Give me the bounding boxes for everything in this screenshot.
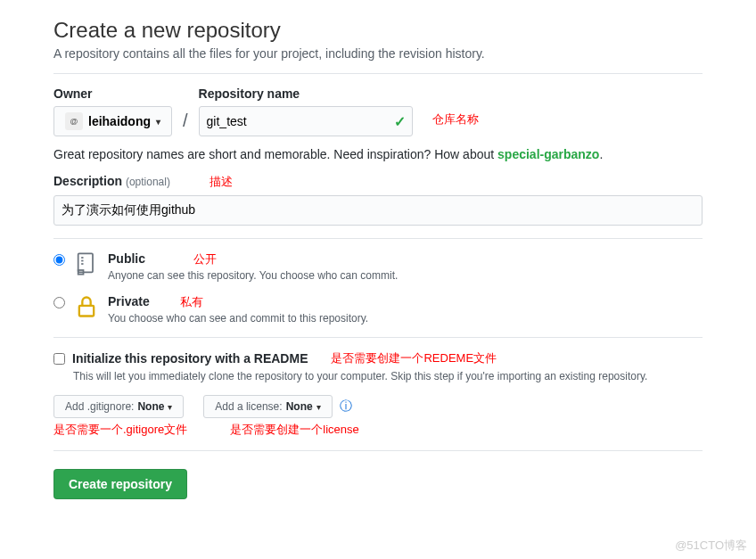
divider — [53, 238, 703, 239]
repo-public-icon — [74, 251, 99, 276]
visibility-private-radio[interactable] — [53, 297, 65, 308]
check-icon: ✓ — [394, 113, 406, 130]
repo-name-input[interactable] — [199, 106, 413, 136]
name-hint: Great repository names are short and mem… — [53, 147, 703, 161]
annotation-gitignore: 是否需要一个.gitigore文件 — [53, 422, 187, 438]
page-subtitle: A repository contains all the files for … — [53, 46, 703, 61]
svg-rect-5 — [79, 306, 94, 316]
caret-down-icon: ▾ — [156, 117, 160, 127]
annotation-description: 描述 — [210, 175, 233, 188]
visibility-private-sub: You choose who can see and commit to thi… — [108, 312, 368, 325]
caret-down-icon: ▾ — [168, 402, 172, 412]
name-suggestion-link[interactable]: special-garbanzo — [497, 147, 599, 161]
visibility-public-sub: Anyone can see this repository. You choo… — [108, 269, 398, 282]
slash-separator: / — [179, 111, 192, 131]
owner-select-button[interactable]: @ leihaidong ▾ — [53, 106, 172, 136]
init-readme-checkbox[interactable] — [53, 353, 65, 365]
info-icon[interactable]: ⓘ — [340, 399, 352, 415]
gitignore-select-button[interactable]: Add .gitignore: None ▾ — [53, 395, 184, 418]
init-readme-label: Initialize this repository with a README — [72, 351, 308, 366]
hint-suffix: . — [599, 147, 603, 161]
annotation-license: 是否需要创建一个license — [230, 422, 358, 438]
annotation-readme: 是否需要创建一个REDEME文件 — [331, 350, 497, 366]
avatar: @ — [65, 112, 83, 130]
repo-name-label: Repository name — [199, 86, 413, 101]
annotation-repo-name: 仓库名称 — [432, 111, 479, 127]
visibility-public-radio[interactable] — [53, 254, 65, 266]
owner-label: Owner — [53, 86, 172, 101]
init-readme-sub: This will let you immediately clone the … — [73, 370, 703, 382]
description-label: Description — [53, 174, 122, 188]
gitignore-prefix: Add .gitignore: — [65, 400, 134, 413]
create-repository-button[interactable]: Create repository — [53, 469, 187, 499]
lock-icon — [74, 294, 99, 319]
visibility-public-title: Public — [108, 251, 145, 266]
license-value: None — [286, 400, 313, 413]
license-prefix: Add a license: — [215, 400, 282, 413]
description-optional: (optional) — [126, 176, 170, 188]
caret-down-icon: ▾ — [316, 402, 321, 412]
annotation-private: 私有 — [180, 295, 203, 308]
hint-prefix: Great repository names are short and mem… — [53, 147, 497, 161]
annotation-public: 公开 — [193, 252, 217, 266]
owner-username: leihaidong — [88, 114, 151, 128]
divider — [53, 337, 703, 338]
visibility-private-title: Private — [108, 294, 150, 308]
divider — [53, 73, 703, 74]
description-input[interactable] — [53, 195, 703, 226]
gitignore-value: None — [137, 400, 164, 413]
page-title: Create a new repository — [53, 18, 703, 43]
license-select-button[interactable]: Add a license: None ▾ — [203, 395, 332, 418]
divider — [53, 450, 703, 451]
